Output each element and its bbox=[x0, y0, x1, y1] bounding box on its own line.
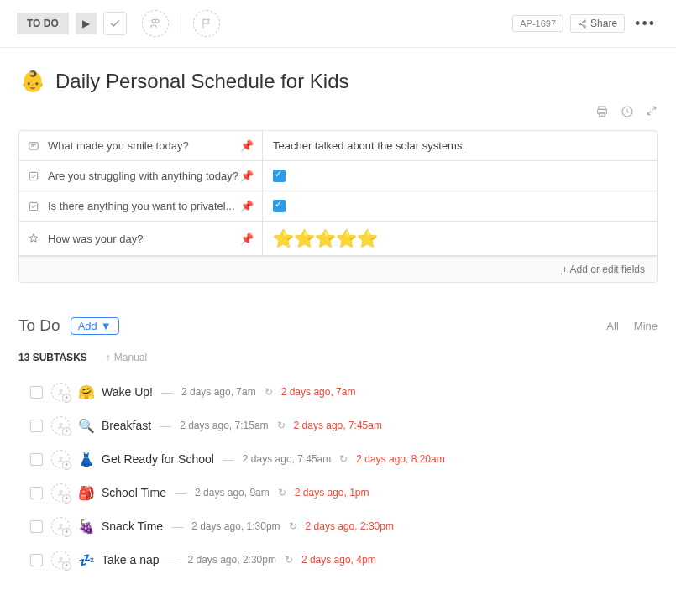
chevron-down-icon: ▼ bbox=[101, 320, 112, 332]
start-date[interactable]: 2 days ago, 7:15am bbox=[180, 420, 268, 431]
field-label[interactable]: Are you struggling with anything today? … bbox=[19, 161, 263, 191]
due-date[interactable]: 2 days ago, 7am bbox=[281, 386, 356, 398]
rating-stars[interactable]: ⭐ ⭐ ⭐ ⭐ ⭐ bbox=[273, 228, 378, 248]
page-emoji: 👶 bbox=[20, 70, 45, 93]
assignee-slot[interactable] bbox=[51, 483, 70, 502]
status-next-button[interactable]: ▶ bbox=[76, 13, 97, 34]
add-subtask-button[interactable]: Add ▼ bbox=[71, 317, 119, 335]
field-name: How was your day? bbox=[48, 232, 143, 245]
person-icon bbox=[56, 388, 66, 397]
subtask-emoji: 🔍 bbox=[78, 418, 93, 434]
status-button[interactable]: TO DO bbox=[17, 13, 69, 34]
assign-button[interactable] bbox=[142, 10, 169, 37]
field-value[interactable] bbox=[263, 161, 657, 191]
flag-icon bbox=[201, 18, 212, 29]
pin-icon[interactable]: 📌 bbox=[240, 139, 254, 152]
separator: — bbox=[161, 385, 173, 399]
field-label[interactable]: How was your day? 📌 bbox=[19, 222, 263, 255]
history-button[interactable] bbox=[621, 105, 634, 118]
assignee-slot[interactable] bbox=[51, 450, 70, 468]
due-date[interactable]: 2 days ago, 2:30pm bbox=[306, 520, 394, 532]
start-date[interactable]: 2 days ago, 9am bbox=[195, 487, 270, 499]
subtask-checkbox[interactable] bbox=[30, 487, 43, 499]
subtask-row[interactable]: 💤 Take a nap — 2 days ago, 2:30pm ↻ 2 da… bbox=[18, 543, 658, 577]
svg-rect-11 bbox=[29, 202, 37, 210]
start-date[interactable]: 2 days ago, 1:30pm bbox=[191, 520, 280, 532]
pin-icon[interactable]: 📌 bbox=[240, 232, 254, 245]
star-icon[interactable]: ⭐ bbox=[315, 228, 336, 248]
page-title[interactable]: Daily Personal Schedule for Kids bbox=[55, 70, 349, 93]
pin-icon[interactable]: 📌 bbox=[240, 200, 254, 212]
sort-button[interactable]: ↑ Manual bbox=[106, 352, 147, 363]
filter-mine[interactable]: Mine bbox=[634, 320, 658, 332]
share-label: Share bbox=[590, 18, 617, 29]
star-icon[interactable]: ⭐ bbox=[273, 228, 294, 248]
subtask-title[interactable]: School Time bbox=[102, 486, 166, 499]
field-label[interactable]: Is there anything you want to privatel..… bbox=[19, 191, 263, 221]
assignee-slot[interactable] bbox=[51, 383, 70, 401]
subtask-checkbox[interactable] bbox=[30, 554, 43, 566]
complete-button[interactable] bbox=[103, 12, 127, 35]
pin-icon[interactable]: 📌 bbox=[240, 170, 254, 182]
subtask-checkbox[interactable] bbox=[30, 420, 43, 432]
subtask-title[interactable]: Take a nap bbox=[102, 553, 160, 566]
person-icon bbox=[56, 522, 66, 531]
start-date[interactable]: 2 days ago, 2:30pm bbox=[188, 554, 276, 566]
subtask-title[interactable]: Wake Up! bbox=[102, 385, 153, 399]
subtask-row[interactable]: 🤗 Wake Up! — 2 days ago, 7am ↻ 2 days ag… bbox=[18, 375, 658, 409]
star-icon[interactable]: ⭐ bbox=[294, 228, 315, 248]
subtask-row[interactable]: 🎒 School Time — 2 days ago, 9am ↻ 2 days… bbox=[18, 476, 658, 509]
start-date[interactable]: 2 days ago, 7:45am bbox=[243, 453, 331, 465]
subtask-title[interactable]: Breakfast bbox=[102, 419, 151, 432]
svg-rect-7 bbox=[600, 112, 605, 116]
subtask-checkbox[interactable] bbox=[30, 520, 43, 533]
checked-box[interactable] bbox=[273, 200, 286, 212]
checked-box[interactable] bbox=[273, 170, 286, 182]
assignee-slot[interactable] bbox=[51, 551, 70, 569]
share-icon bbox=[578, 19, 587, 29]
subtask-row[interactable]: 🔍 Breakfast — 2 days ago, 7:15am ↻ 2 day… bbox=[18, 409, 658, 442]
priority-button[interactable] bbox=[193, 10, 220, 37]
assignee-slot[interactable] bbox=[51, 416, 70, 435]
field-label[interactable]: What made you smile today? 📌 bbox=[19, 131, 263, 160]
expand-button[interactable] bbox=[646, 105, 658, 118]
header-bar: TO DO ▶ AP-1697 Share ••• bbox=[0, 0, 676, 48]
print-button[interactable] bbox=[595, 105, 609, 118]
star-icon[interactable]: ⭐ bbox=[336, 228, 357, 248]
svg-point-0 bbox=[152, 19, 155, 23]
task-id-badge[interactable]: AP-1697 bbox=[512, 15, 563, 32]
subtask-checkbox[interactable] bbox=[30, 386, 43, 399]
title-row: 👶 Daily Personal Schedule for Kids bbox=[0, 48, 676, 100]
person-icon bbox=[56, 488, 66, 498]
subtasks-list: 🤗 Wake Up! — 2 days ago, 7am ↻ 2 days ag… bbox=[0, 375, 676, 577]
more-menu-button[interactable]: ••• bbox=[631, 15, 659, 33]
filter-links: All Mine bbox=[606, 320, 658, 332]
people-plus-icon bbox=[149, 17, 162, 30]
subtask-row[interactable]: 🍇 Snack Time — 2 days ago, 1:30pm ↻ 2 da… bbox=[18, 509, 658, 543]
due-date[interactable]: 2 days ago, 8:20am bbox=[356, 453, 444, 465]
assignee-slot[interactable] bbox=[51, 517, 70, 535]
star-icon[interactable]: ⭐ bbox=[357, 228, 378, 248]
repeat-icon: ↻ bbox=[265, 386, 273, 398]
due-date[interactable]: 2 days ago, 4pm bbox=[301, 554, 376, 566]
subtask-row[interactable]: 👗 Get Ready for School — 2 days ago, 7:4… bbox=[18, 442, 658, 476]
separator: — bbox=[223, 452, 234, 466]
section-title: To Do bbox=[18, 316, 60, 335]
start-date[interactable]: 2 days ago, 7am bbox=[181, 386, 256, 398]
share-button[interactable]: Share bbox=[570, 14, 625, 33]
separator: — bbox=[168, 553, 180, 566]
field-value[interactable] bbox=[263, 191, 657, 221]
person-icon bbox=[56, 455, 66, 464]
subtask-title[interactable]: Snack Time bbox=[102, 519, 163, 533]
field-value[interactable]: Teacher talked about the solar systems. bbox=[263, 131, 657, 160]
add-edit-fields-button[interactable]: + Add or edit fields bbox=[19, 256, 657, 282]
filter-all[interactable]: All bbox=[606, 320, 618, 332]
subtask-title[interactable]: Get Ready for School bbox=[102, 452, 214, 466]
due-date[interactable]: 2 days ago, 7:45am bbox=[294, 420, 382, 431]
due-date[interactable]: 2 days ago, 1pm bbox=[295, 487, 369, 499]
text-field-icon bbox=[28, 140, 41, 152]
separator: — bbox=[171, 519, 183, 533]
field-value[interactable]: ⭐ ⭐ ⭐ ⭐ ⭐ bbox=[263, 222, 657, 255]
subtask-checkbox[interactable] bbox=[30, 453, 43, 466]
svg-point-14 bbox=[60, 457, 62, 459]
